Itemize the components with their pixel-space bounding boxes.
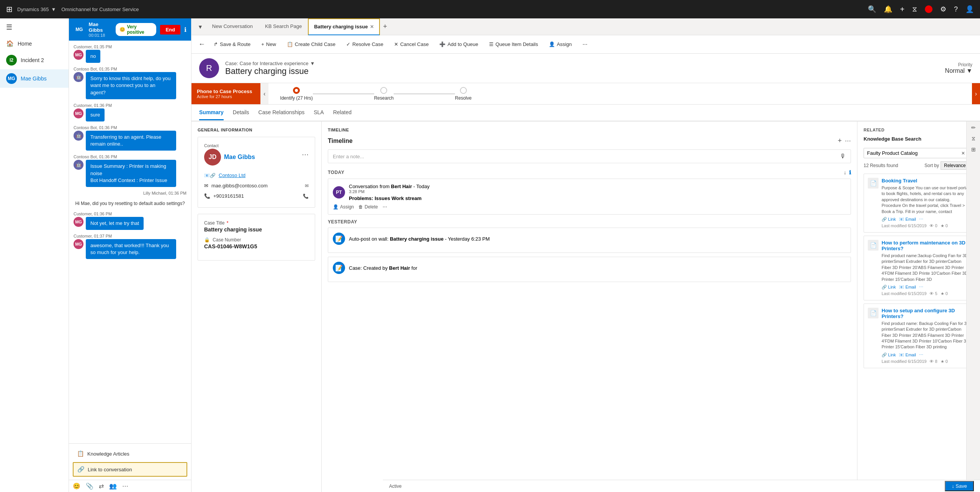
add-icon[interactable]: + <box>900 5 905 14</box>
article-email-btn-1[interactable]: 📧 Email <box>899 217 916 222</box>
article-meta-1: Last modified 6/15/2019 👁 0 ★ 0 <box>882 223 970 228</box>
sidebar-item-home[interactable]: 🏠 Home <box>0 36 69 51</box>
sidebar-toggle[interactable]: ☰ <box>0 18 69 36</box>
timeline-delete-btn[interactable]: 🗑 Delete <box>358 204 378 210</box>
add-to-queue-button[interactable]: ➕ Add to Queue <box>435 39 483 49</box>
tab-dropdown[interactable]: ▼ <box>195 21 206 33</box>
sidebar-item-maegibbs[interactable]: MG Mae Gibbs <box>0 69 69 88</box>
cancel-case-button[interactable]: ✕ Cancel Case <box>389 39 433 49</box>
knowledge-articles-btn[interactable]: 📋 Knowledge Articles <box>73 447 187 461</box>
kb-search-input[interactable] <box>867 150 961 156</box>
sidebar-item-incident2[interactable]: I2 Incident 2 <box>0 51 69 69</box>
end-button[interactable]: End <box>160 25 180 34</box>
save-route-button[interactable]: ↱ Save & Route <box>209 39 255 49</box>
article-stars-2: ★ 0 <box>941 291 948 296</box>
article-more-btn-1[interactable]: ⋯ <box>919 217 923 222</box>
filter-right-icon[interactable]: ⧖ <box>972 135 975 142</box>
timeline-sort-icon[interactable]: ↓ <box>844 169 847 175</box>
article-email-btn-3[interactable]: 📧 Email <box>899 353 916 358</box>
tab-close-icon[interactable]: ✕ <box>370 24 374 30</box>
kb-search-box: ✕ ⧖ <box>864 148 974 158</box>
article-link-btn-2[interactable]: 🔗 Link <box>882 285 896 290</box>
attach-icon[interactable]: 📎 <box>86 482 93 490</box>
timeline-more-btn[interactable]: ⋯ <box>383 204 387 210</box>
settings-icon[interactable]: ⚙ <box>940 5 946 13</box>
article-title-1[interactable]: Booking Travel <box>882 178 970 184</box>
article-link-btn-3[interactable]: 🔗 Link <box>882 353 896 358</box>
tab-kb-search[interactable]: KB Search Page <box>259 18 308 35</box>
save-button[interactable]: ↓ Save <box>945 481 974 491</box>
bot-avatar: 🤖 <box>74 131 83 141</box>
contact-more-button[interactable]: ⋯ <box>302 150 309 159</box>
msg-with-avatar: MG no <box>74 50 187 63</box>
case-title-label: Case Title * <box>204 220 309 226</box>
tab-bar: ▼ New Conversation KB Search Page Batter… <box>191 18 980 35</box>
help-icon[interactable]: ? <box>954 5 958 13</box>
process-steps: Identify (27 Hrs) Research Resolve <box>268 87 972 101</box>
create-child-case-button[interactable]: 📋 Create Child Case <box>282 39 340 49</box>
emoji-icon[interactable]: 😊 <box>73 482 80 490</box>
timeline-note-input[interactable]: Enter a note... 🎙 <box>328 149 851 163</box>
case-number-label: 🔒 Case Number <box>204 237 309 243</box>
process-next-button[interactable]: › <box>972 83 980 104</box>
app-chevron[interactable]: ▼ <box>51 7 56 12</box>
app-menu-icon[interactable]: ⊞ <box>6 5 13 14</box>
case-title-area: Case: Case for Interactive experience ▼ … <box>225 61 939 76</box>
tab-summary[interactable]: Summary <box>199 105 224 120</box>
article-title-2[interactable]: How to perform maintenance on 3D Printer… <box>882 240 970 251</box>
notification-icon[interactable]: 🔔 <box>884 5 892 13</box>
resolve-case-button[interactable]: ✓ Resolve Case <box>342 39 388 49</box>
queue-item-details-button[interactable]: ☰ Queue Item Details <box>484 39 543 49</box>
send-email-icon[interactable]: ✉ <box>305 183 309 189</box>
tab-details[interactable]: Details <box>233 105 249 120</box>
transfer-icon[interactable]: ⇄ <box>99 482 104 490</box>
tab-case-relationships[interactable]: Case Relationships <box>258 105 305 120</box>
more-icon[interactable]: ⋯ <box>122 482 128 490</box>
article-title-3[interactable]: How to setup and configure 3D Printers? <box>882 308 970 319</box>
panel-general-info: GENERAL INFORMATION Contact JD Mae Gibbs… <box>191 121 322 492</box>
msg-bubble-bot: Sorry to know this didnt help, do you wa… <box>86 72 176 99</box>
timeline-more-button[interactable]: ⋯ <box>845 137 851 144</box>
new-label: New <box>266 41 276 47</box>
back-button[interactable]: ← <box>196 38 208 51</box>
contact-company-link[interactable]: Contoso Ltd <box>219 172 245 178</box>
link-to-conversation-btn[interactable]: 🔗 Link to conversation <box>73 462 187 477</box>
article-meta-3: Last modified 6/15/2019 👁 8 ★ 0 <box>882 359 970 364</box>
edit-right-icon[interactable]: ✏ <box>971 125 976 131</box>
assign-button[interactable]: 👤 Assign <box>544 39 576 49</box>
chat-contact-name: Mae Gibbs <box>89 21 112 33</box>
timeline-avatar3: 📝 <box>333 262 345 274</box>
filter-icon[interactable]: ⧖ <box>912 5 917 13</box>
call-icon[interactable]: 📞 <box>303 194 309 199</box>
related-title: RELATED <box>864 128 974 132</box>
article-link-btn-1[interactable]: 🔗 Link <box>882 217 896 222</box>
new-button[interactable]: + New <box>257 39 281 49</box>
article-actions-3: 🔗 Link 📧 Email ⋯ <box>882 353 970 358</box>
more-button[interactable]: ⋯ <box>578 39 592 49</box>
search-icon[interactable]: 🔍 <box>868 5 876 13</box>
consult-icon[interactable]: 👥 <box>109 482 117 490</box>
timeline-add-button[interactable]: + <box>838 137 842 145</box>
chat-info-icon[interactable]: ℹ <box>184 26 187 33</box>
profile-icon[interactable]: 👤 <box>965 5 974 13</box>
article-more-btn-2[interactable]: ⋯ <box>919 285 923 290</box>
timeline-assign-btn[interactable]: 👤 Assign <box>333 204 354 210</box>
tab-add-button[interactable]: + <box>380 20 390 34</box>
tab-related[interactable]: Related <box>333 105 352 120</box>
save-route-label: Save & Route <box>220 41 250 47</box>
tab-battery-issue[interactable]: Battery charging issue ✕ <box>308 18 380 35</box>
article-more-btn-3[interactable]: ⋯ <box>919 353 923 358</box>
article-email-btn-2[interactable]: 📧 Email <box>899 285 916 290</box>
case-name: Battery charging issue <box>225 66 939 76</box>
process-prev-button[interactable]: ‹ <box>260 83 268 104</box>
kb-clear-icon[interactable]: ✕ <box>961 151 965 156</box>
tab-sla[interactable]: SLA <box>314 105 324 120</box>
case-subtitle: Case: Case for Interactive experience ▼ <box>225 61 939 66</box>
priority-value[interactable]: Normal ▼ <box>945 67 972 74</box>
grid-right-icon[interactable]: ⊞ <box>971 146 976 153</box>
timeline-entry-text: Conversation from Bert Hair - Today 3:28… <box>349 184 846 201</box>
tab-new-conversation[interactable]: New Conversation <box>206 18 259 35</box>
mic-icon[interactable]: 🎙 <box>840 153 846 160</box>
step-circle-resolve <box>460 87 467 94</box>
case-subtitle-chevron[interactable]: ▼ <box>310 61 315 66</box>
